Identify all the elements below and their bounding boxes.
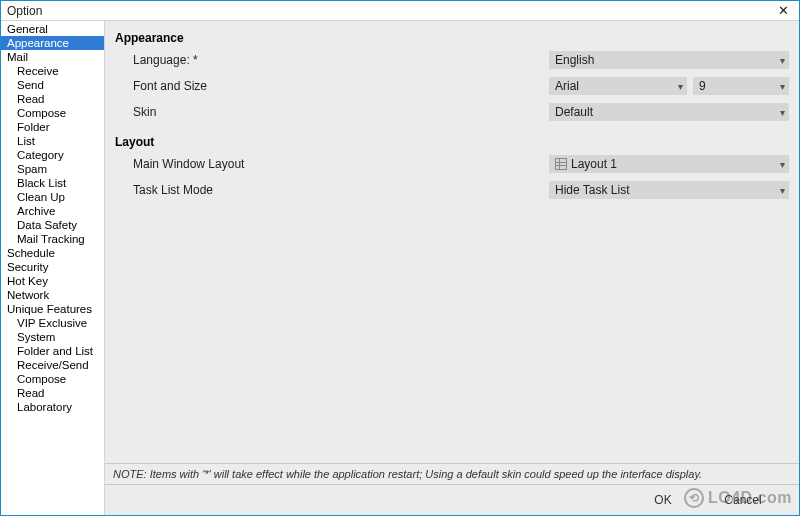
sidebar-item-label: Folder and List	[17, 345, 93, 357]
sidebar-item-send[interactable]: Send	[1, 78, 104, 92]
sidebar-item-security[interactable]: Security	[1, 260, 104, 274]
chevron-down-icon: ▾	[678, 81, 683, 92]
sidebar-item-unique-features[interactable]: Unique Features	[1, 302, 104, 316]
label-skin: Skin	[115, 105, 245, 119]
sidebar-item-category[interactable]: Category	[1, 148, 104, 162]
sidebar-item-label: Network	[7, 289, 49, 301]
note-text: NOTE: Items with '*' will take effect wh…	[105, 463, 799, 484]
sidebar-item-label: Mail Tracking	[17, 233, 85, 245]
sidebar-item-schedule[interactable]: Schedule	[1, 246, 104, 260]
combo-task-list-mode[interactable]: Hide Task List ▾	[549, 181, 789, 199]
combo-font-size-value: 9	[699, 79, 706, 93]
main-panel: Appearance Language: * English ▾ Font an…	[105, 21, 799, 515]
sidebar-item-receive-send[interactable]: Receive/Send	[1, 358, 104, 372]
sidebar-item-black-list[interactable]: Black List	[1, 176, 104, 190]
layout-icon	[555, 158, 567, 170]
chevron-down-icon: ▾	[780, 185, 785, 196]
sidebar-item-folder-and-list[interactable]: Folder and List	[1, 344, 104, 358]
sidebar-item-label: System	[17, 331, 55, 343]
combo-language[interactable]: English ▾	[549, 51, 789, 69]
sidebar-item-label: Schedule	[7, 247, 55, 259]
sidebar-item-folder[interactable]: Folder	[1, 120, 104, 134]
sidebar-item-label: Receive/Send	[17, 359, 89, 371]
sidebar-item-label: Send	[17, 79, 44, 91]
sidebar-item-system[interactable]: System	[1, 330, 104, 344]
combo-font-value: Arial	[555, 79, 579, 93]
sidebar-item-label: Archive	[17, 205, 55, 217]
appearance-heading: Appearance	[115, 31, 789, 45]
row-language: Language: * English ▾	[115, 51, 789, 69]
window-title: Option	[7, 4, 42, 18]
content-area: GeneralAppearanceMailReceiveSendReadComp…	[1, 21, 799, 515]
combo-font[interactable]: Arial ▾	[549, 77, 687, 95]
sidebar-item-label: Compose	[17, 107, 66, 119]
sidebar: GeneralAppearanceMailReceiveSendReadComp…	[1, 21, 105, 515]
main-scroll: Appearance Language: * English ▾ Font an…	[105, 21, 799, 463]
sidebar-item-hot-key[interactable]: Hot Key	[1, 274, 104, 288]
cancel-button[interactable]: Cancel	[713, 491, 773, 509]
sidebar-item-compose[interactable]: Compose	[1, 372, 104, 386]
sidebar-item-label: Folder	[17, 121, 50, 133]
sidebar-item-label: General	[7, 23, 48, 35]
row-skin: Skin Default ▾	[115, 103, 789, 121]
sidebar-item-label: Receive	[17, 65, 59, 77]
sidebar-item-label: Spam	[17, 163, 47, 175]
chevron-down-icon: ▾	[780, 107, 785, 118]
sidebar-item-receive[interactable]: Receive	[1, 64, 104, 78]
combo-main-window-layout[interactable]: Layout 1 ▾	[549, 155, 789, 173]
row-font: Font and Size Arial ▾ 9 ▾	[115, 77, 789, 95]
sidebar-item-clean-up[interactable]: Clean Up	[1, 190, 104, 204]
sidebar-item-label: Unique Features	[7, 303, 92, 315]
sidebar-item-read[interactable]: Read	[1, 386, 104, 400]
sidebar-item-label: Read	[17, 93, 45, 105]
combo-main-window-layout-value: Layout 1	[571, 157, 617, 171]
sidebar-item-compose[interactable]: Compose	[1, 106, 104, 120]
label-main-window-layout: Main Window Layout	[115, 157, 245, 171]
sidebar-item-appearance[interactable]: Appearance	[1, 36, 104, 50]
sidebar-item-mail-tracking[interactable]: Mail Tracking	[1, 232, 104, 246]
sidebar-item-laboratory[interactable]: Laboratory	[1, 400, 104, 414]
label-task-list-mode: Task List Mode	[115, 183, 245, 197]
sidebar-item-mail[interactable]: Mail	[1, 50, 104, 64]
combo-language-value: English	[555, 53, 594, 67]
sidebar-item-label: Data Safety	[17, 219, 77, 231]
label-language: Language: *	[115, 53, 245, 67]
sidebar-item-network[interactable]: Network	[1, 288, 104, 302]
label-font: Font and Size	[115, 79, 245, 93]
chevron-down-icon: ▾	[780, 159, 785, 170]
sidebar-item-label: Clean Up	[17, 191, 65, 203]
sidebar-item-label: Compose	[17, 373, 66, 385]
sidebar-item-data-safety[interactable]: Data Safety	[1, 218, 104, 232]
row-main-window-layout: Main Window Layout Layout 1 ▾	[115, 155, 789, 173]
sidebar-item-label: Read	[17, 387, 45, 399]
option-window: Option ✕ GeneralAppearanceMailReceiveSen…	[0, 0, 800, 516]
combo-skin[interactable]: Default ▾	[549, 103, 789, 121]
titlebar: Option ✕	[1, 1, 799, 21]
chevron-down-icon: ▾	[780, 55, 785, 66]
sidebar-item-label: Security	[7, 261, 49, 273]
sidebar-item-label: Black List	[17, 177, 66, 189]
sidebar-item-vip-exclusive[interactable]: VIP Exclusive	[1, 316, 104, 330]
chevron-down-icon: ▾	[780, 81, 785, 92]
sidebar-item-general[interactable]: General	[1, 22, 104, 36]
sidebar-item-label: Mail	[7, 51, 28, 63]
sidebar-item-label: Category	[17, 149, 64, 161]
sidebar-item-label: List	[17, 135, 35, 147]
sidebar-item-label: Laboratory	[17, 401, 72, 413]
ok-button[interactable]: OK	[633, 491, 693, 509]
row-task-list-mode: Task List Mode Hide Task List ▾	[115, 181, 789, 199]
sidebar-item-spam[interactable]: Spam	[1, 162, 104, 176]
sidebar-item-archive[interactable]: Archive	[1, 204, 104, 218]
sidebar-item-label: Hot Key	[7, 275, 48, 287]
button-bar: OK Cancel	[105, 484, 799, 515]
sidebar-item-list[interactable]: List	[1, 134, 104, 148]
close-icon[interactable]: ✕	[774, 3, 793, 18]
combo-font-size[interactable]: 9 ▾	[693, 77, 789, 95]
combo-task-list-mode-value: Hide Task List	[555, 183, 629, 197]
combo-skin-value: Default	[555, 105, 593, 119]
sidebar-item-read[interactable]: Read	[1, 92, 104, 106]
sidebar-item-label: Appearance	[7, 37, 69, 49]
layout-heading: Layout	[115, 135, 789, 149]
sidebar-item-label: VIP Exclusive	[17, 317, 87, 329]
